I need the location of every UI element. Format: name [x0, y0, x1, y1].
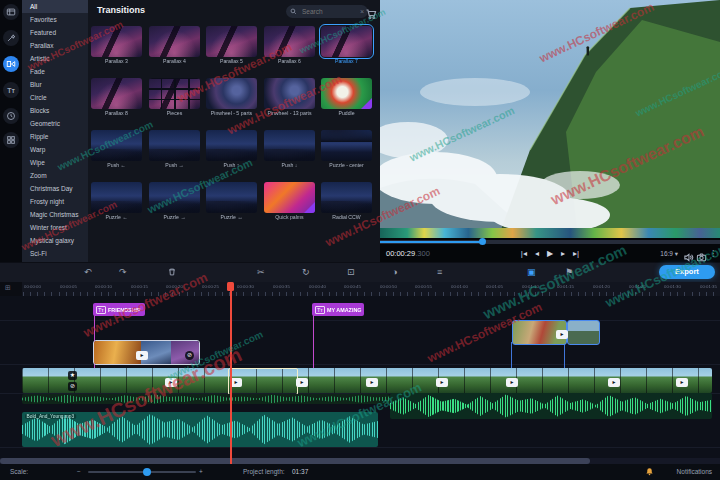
category-item[interactable]: Winter forest: [22, 221, 88, 234]
transition-badge[interactable]: ▸: [436, 378, 448, 387]
transition-tile[interactable]: Push ↓: [263, 130, 316, 182]
category-item[interactable]: Blocks: [22, 104, 88, 117]
rotate-button[interactable]: ↻: [302, 266, 310, 279]
transition-wizard-button[interactable]: ▣: [527, 266, 536, 279]
volume-button[interactable]: [683, 249, 694, 260]
delete-button[interactable]: [167, 267, 177, 281]
transition-tile[interactable]: Puddle: [320, 78, 373, 130]
undo-button[interactable]: ↶: [84, 266, 92, 279]
transition-tile[interactable]: Push →: [148, 130, 201, 182]
stickers-button[interactable]: [3, 108, 19, 124]
skip-end-button[interactable]: ▸|: [573, 248, 579, 260]
transition-badge[interactable]: ▸: [296, 378, 308, 387]
seek-handle[interactable]: [479, 238, 486, 245]
playhead-handle[interactable]: [227, 282, 234, 291]
transition-tile[interactable]: Push ←: [90, 130, 143, 182]
import-media-button[interactable]: [3, 4, 19, 20]
snapshot-button[interactable]: [696, 249, 707, 260]
skip-start-button[interactable]: |◂: [521, 248, 527, 260]
category-item[interactable]: Featured: [22, 26, 88, 39]
category-item[interactable]: Favorites: [22, 13, 88, 26]
category-item[interactable]: Magic Christmas: [22, 208, 88, 221]
transition-tile[interactable]: Pinwheel - 13 parts: [263, 78, 316, 130]
transition-badge[interactable]: ▸: [556, 330, 568, 339]
transition-tile[interactable]: Radial CCW: [320, 182, 373, 234]
transition-tile[interactable]: Parallax 3: [90, 26, 143, 78]
title-clip[interactable]: Tт MY AMAZING: [312, 303, 364, 316]
search-input[interactable]: [300, 7, 357, 16]
overlay-clip[interactable]: [567, 320, 600, 345]
category-item[interactable]: Christmas Day: [22, 182, 88, 195]
transition-tile[interactable]: Parallax 8: [90, 78, 143, 130]
transition-tile[interactable]: Quick palms: [263, 182, 316, 234]
title-clip[interactable]: Tт FRIENDSHIP: [93, 303, 145, 316]
zoom-out-button[interactable]: −: [77, 468, 81, 475]
category-item[interactable]: Blur: [22, 78, 88, 91]
color-adjust-button[interactable]: ◑: [392, 266, 397, 279]
transition-badge[interactable]: ▸: [676, 378, 688, 387]
playhead[interactable]: [230, 282, 232, 463]
transition-tile[interactable]: Puzzle ↔: [205, 182, 258, 234]
ruler-label: 00:00:10: [95, 284, 112, 288]
zoom-slider-handle[interactable]: [143, 468, 151, 476]
more-tools-button[interactable]: [3, 132, 19, 148]
category-item[interactable]: Frosty night: [22, 195, 88, 208]
filters-button[interactable]: [3, 30, 19, 46]
transition-tile[interactable]: Parallax 6: [263, 26, 316, 78]
redo-button[interactable]: ↷: [119, 266, 127, 279]
next-frame-button[interactable]: ▸: [561, 248, 565, 260]
play-button[interactable]: ▶: [547, 248, 553, 260]
linked-audio-clip-right[interactable]: [390, 393, 712, 419]
transition-badge[interactable]: ▸: [506, 378, 518, 387]
marker-button[interactable]: ⚑: [565, 266, 573, 279]
category-item[interactable]: Ripple: [22, 130, 88, 143]
export-button[interactable]: Export: [659, 265, 715, 279]
category-item[interactable]: Wipe: [22, 156, 88, 169]
search-box[interactable]: ×: [286, 5, 368, 18]
linked-audio-clip-left[interactable]: [22, 394, 390, 404]
category-item[interactable]: Artistic: [22, 52, 88, 65]
cart-icon: [365, 8, 377, 20]
transition-tile[interactable]: Parallax 4: [148, 26, 201, 78]
zoom-in-button[interactable]: +: [199, 468, 203, 475]
category-item-all[interactable]: All: [22, 0, 88, 13]
clear-search-icon[interactable]: ×: [360, 8, 364, 15]
store-button[interactable]: [365, 6, 377, 18]
aspect-ratio-select[interactable]: 16:9 ▾: [660, 250, 678, 258]
split-button[interactable]: ✂: [257, 266, 265, 279]
notifications-button[interactable]: Notifications: [677, 468, 712, 475]
transition-tile[interactable]: Push ↑: [205, 130, 258, 182]
category-item[interactable]: Zoom: [22, 169, 88, 182]
category-item[interactable]: Mystical galaxy: [22, 234, 88, 247]
category-item[interactable]: Parallax: [22, 39, 88, 52]
titles-button[interactable]: Tт: [3, 82, 19, 98]
category-item[interactable]: Warp: [22, 143, 88, 156]
transition-badge[interactable]: ▸: [366, 378, 378, 387]
transition-tile[interactable]: Puzzle - center: [320, 130, 373, 182]
transition-tile[interactable]: Pieces: [148, 78, 201, 130]
transition-tile[interactable]: Pinwheel - 5 parts: [205, 78, 258, 130]
previous-frame-button[interactable]: ◂: [535, 248, 539, 260]
seek-bar[interactable]: [380, 240, 720, 244]
transition-tile[interactable]: Parallax 5: [205, 26, 258, 78]
transition-badge[interactable]: ▸: [608, 378, 620, 387]
category-item[interactable]: Circle: [22, 91, 88, 104]
crop-button[interactable]: ⊡: [347, 266, 355, 279]
transition-badge[interactable]: ▸: [230, 378, 242, 387]
transition-tile[interactable]: Puzzle →: [148, 182, 201, 234]
timeline-ruler[interactable]: 00:00:00 00:00:05 00:00:10 00:00:15 00:0…: [22, 282, 720, 296]
transitions-button[interactable]: [3, 56, 19, 72]
category-item[interactable]: Geometric: [22, 117, 88, 130]
more-options-button[interactable]: ⋮: [709, 249, 717, 258]
transition-tile[interactable]: Puzzle ←: [90, 182, 143, 234]
title-link-line: [313, 314, 314, 368]
transition-badge[interactable]: ▸: [165, 378, 177, 387]
add-track-icon[interactable]: ⊞: [5, 284, 11, 292]
transition-badge[interactable]: ▸: [136, 351, 148, 360]
transition-tile-selected[interactable]: Parallax 7: [320, 26, 373, 78]
category-item[interactable]: Sci-Fi: [22, 247, 88, 260]
music-audio-clip[interactable]: Bold_And_Young.mp3: [22, 412, 378, 447]
timeline-zoom-slider[interactable]: [88, 471, 196, 473]
category-item[interactable]: Fade: [22, 65, 88, 78]
clip-properties-button[interactable]: ≡: [437, 266, 442, 279]
